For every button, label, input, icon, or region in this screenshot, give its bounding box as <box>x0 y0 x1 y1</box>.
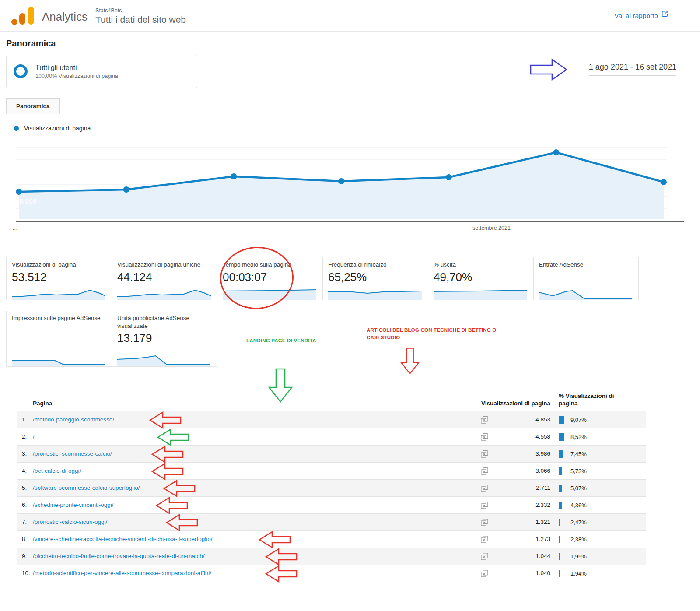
pages-table: Pagina Visualizzazioni di pagina % Visua… <box>18 391 646 583</box>
scorecard-7[interactable]: Impressioni sulle pagine AdSense <box>6 311 112 367</box>
date-range-selector[interactable]: 1 ago 2021 - 16 set 2021 <box>589 63 676 76</box>
annotation-arrow-left-green <box>157 428 190 446</box>
table-row: 6./schedine-pronte-vincenti-oggi/2.3324,… <box>18 497 646 514</box>
page-link[interactable]: /picchetto-tecnico-facile-come-trovare-l… <box>33 553 204 559</box>
page-link[interactable]: / <box>33 433 35 440</box>
open-in-new-icon[interactable] <box>480 552 489 561</box>
scorecard-value: 13.179 <box>117 331 210 345</box>
tab-bar: Panoramica <box>0 98 700 113</box>
app-header: Analytics Stats4Bets Tutti i dati del si… <box>0 0 700 32</box>
pageviews-value: 1.044 <box>490 553 550 559</box>
scorecard-value: 65,25% <box>328 270 422 284</box>
segment-ring-icon <box>14 64 28 78</box>
percent-value: 5,73% <box>570 468 587 474</box>
scorecard-value: 00:03:07 <box>223 270 316 284</box>
scorecard-value: 44.124 <box>117 270 211 284</box>
row-rank: 8. <box>22 536 33 542</box>
annotation-arrow-left-red <box>151 462 184 481</box>
annotation-arrow-down-green <box>268 368 293 404</box>
page-link[interactable]: /metodo-scientifico-per-vincere-alle-sco… <box>33 570 211 576</box>
segment-all-users[interactable]: Tutti gli utenti 100,00% Visualizzazioni… <box>6 55 197 88</box>
segment-detail: 100,00% Visualizzazioni di pagina <box>35 73 118 79</box>
pageviews-value: 2.332 <box>490 502 550 508</box>
column-header-page: Pagina <box>33 400 52 407</box>
row-rank: 10. <box>22 570 33 576</box>
annotation-arrow-left-red <box>258 530 291 549</box>
open-in-new-icon[interactable] <box>480 518 489 527</box>
row-rank: 2. <box>22 433 33 440</box>
go-to-report-label: Vai al rapporto <box>614 12 658 20</box>
scorecard-6[interactable]: Entrate AdSense <box>533 257 639 300</box>
percent-bar <box>559 502 562 509</box>
annotation-arrow-left-red <box>265 565 298 583</box>
page-link[interactable]: /bet-calcio-di-oggi/ <box>33 467 81 474</box>
page-link[interactable]: /software-scommesse-calcio-superfoglio/ <box>33 485 140 491</box>
page-link[interactable]: /schedine-pronte-vincenti-oggi/ <box>33 502 114 508</box>
percent-bar <box>559 485 562 492</box>
table-row: 1./metodo-pareggio-scommesse/4.8539,07% <box>18 411 646 428</box>
row-rank: 3. <box>22 450 33 457</box>
open-in-new-icon[interactable] <box>480 501 489 509</box>
sparkline <box>539 288 632 300</box>
pageviews-value: 4.558 <box>490 433 550 440</box>
timeseries-chart: 5.000 <box>16 147 684 221</box>
column-header-percent: % Visualizzazioni di pagina <box>559 393 633 407</box>
controls-row: Tutti gli utenti 100,00% Visualizzazioni… <box>6 55 694 91</box>
scorecard-value: 53.512 <box>12 270 105 284</box>
page-link[interactable]: /pronostici-scommesse-calcio/ <box>33 450 112 457</box>
open-in-new-icon[interactable] <box>480 535 489 544</box>
page-link[interactable]: /pronostici-calcio-sicuri-oggi/ <box>33 519 107 525</box>
percent-bar <box>559 570 560 577</box>
go-to-report-link[interactable]: Vai al rapporto <box>614 12 668 20</box>
y-gridline-label: 5.000 <box>19 197 37 205</box>
scorecard-8[interactable]: Unità pubblicitarie AdSense visualizzate… <box>112 311 217 367</box>
table-row: 5./software-scommesse-calcio-superfoglio… <box>18 480 646 497</box>
column-header-pageviews: Visualizzazioni di pagina <box>467 400 550 407</box>
open-in-new-icon[interactable] <box>480 484 489 492</box>
scorecard-title: Tempo medio sulla pagina <box>223 261 316 269</box>
google-analytics-logo-icon <box>10 6 36 25</box>
scorecard-title: % uscita <box>434 261 527 269</box>
scorecard-1[interactable]: Visualizzazioni di pagina53.512 <box>6 257 112 300</box>
open-in-new-icon[interactable] <box>480 467 489 475</box>
percent-value: 1,95% <box>570 553 587 560</box>
scorecard-title: Unità pubblicitarie AdSense visualizzate <box>117 314 210 330</box>
scorecards-section: Visualizzazioni di pagina53.512Visualizz… <box>6 257 700 367</box>
annotation-arrow-left-red <box>155 496 189 515</box>
sparkline <box>434 288 527 300</box>
annotation-arrow-left-red <box>265 548 298 566</box>
sparkline <box>328 288 422 300</box>
percent-bar <box>559 467 562 475</box>
annotation-arrow-left-red <box>149 411 182 429</box>
open-in-new-icon[interactable] <box>480 433 489 441</box>
x-tick-ellipsis: … <box>12 225 18 231</box>
percent-value: 1,94% <box>570 570 587 577</box>
scorecard-5[interactable]: % uscita49,70% <box>428 257 533 300</box>
annotation-arrow-right-purple <box>529 58 568 81</box>
page-link[interactable]: /metodo-pareggio-scommesse/ <box>33 416 114 423</box>
table-row: 2./4.5588,52% <box>18 428 646 446</box>
open-in-new-icon[interactable] <box>480 450 489 458</box>
percent-value: 5,07% <box>570 485 587 492</box>
table-row: 9./picchetto-tecnico-facile-come-trovare… <box>18 548 646 565</box>
pageviews-value: 3.066 <box>490 467 550 474</box>
open-in-new-icon[interactable] <box>480 416 489 424</box>
tab-panoramica[interactable]: Panoramica <box>6 98 60 114</box>
sparkline <box>117 288 211 300</box>
table-row: 8./vincere-schedine-raccolta-tecniche-vi… <box>18 531 646 548</box>
table-header: Pagina Visualizzazioni di pagina % Visua… <box>18 391 646 411</box>
pageviews-value: 3.986 <box>490 450 550 457</box>
page-link[interactable]: /vincere-schedine-raccolta-tecniche-vinc… <box>33 536 212 542</box>
scorecard-title: Impressioni sulle pagine AdSense <box>12 314 105 322</box>
scorecard-4[interactable]: Frequenza di rimbalzo65,25% <box>322 257 428 300</box>
table-body: 1./metodo-pareggio-scommesse/4.8539,07%2… <box>18 411 646 582</box>
scorecard-2[interactable]: Visualizzazioni di pagina uniche44.124 <box>112 257 217 300</box>
sparkline <box>117 354 210 366</box>
scorecard-3[interactable]: Tempo medio sulla pagina00:03:07 <box>217 257 322 300</box>
percent-bar <box>559 553 560 560</box>
sparkline <box>12 288 105 300</box>
open-in-new-icon[interactable] <box>480 569 489 578</box>
scorecard-title: Visualizzazioni di pagina uniche <box>117 261 211 269</box>
scorecards-row-2: LANDING PAGE DI VENDITA ARTICOLI DEL BLO… <box>6 311 700 367</box>
annotation-arrow-left-red <box>165 513 199 532</box>
